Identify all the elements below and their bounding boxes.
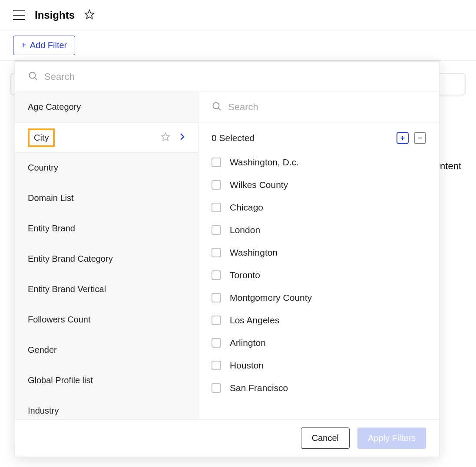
value-label: Toronto bbox=[230, 270, 260, 280]
values-search-bar bbox=[198, 92, 439, 122]
value-row[interactable]: Arlington bbox=[198, 332, 439, 354]
category-row[interactable]: Entity Brand Category bbox=[15, 244, 198, 274]
values-list[interactable]: Washington, D.c.Wilkes CountyChicagoLond… bbox=[198, 149, 439, 419]
checkbox[interactable] bbox=[212, 338, 221, 348]
category-search-input[interactable] bbox=[44, 71, 426, 82]
values-search-input[interactable] bbox=[228, 102, 426, 113]
value-label: Los Angeles bbox=[230, 315, 279, 326]
app-header: Insights bbox=[0, 0, 476, 30]
checkbox[interactable] bbox=[212, 270, 221, 280]
checkbox[interactable] bbox=[212, 316, 221, 325]
category-row[interactable]: Entity Brand Vertical bbox=[15, 274, 198, 305]
value-label: San Francisco bbox=[230, 383, 288, 393]
svg-marker-0 bbox=[85, 10, 94, 19]
value-row[interactable]: Washington, D.c. bbox=[198, 151, 439, 174]
include-button[interactable]: + bbox=[397, 132, 409, 144]
value-label: Wilkes County bbox=[230, 180, 288, 190]
favorite-star-icon[interactable] bbox=[84, 9, 95, 21]
checkbox[interactable] bbox=[212, 225, 221, 235]
selected-count-row: 0 Selected + − bbox=[198, 122, 439, 149]
value-label: Houston bbox=[230, 360, 264, 371]
checkbox[interactable] bbox=[212, 293, 221, 303]
value-label: Chicago bbox=[230, 202, 263, 213]
add-filter-button[interactable]: + Add Filter bbox=[13, 36, 75, 55]
category-row[interactable]: Age Category bbox=[15, 92, 198, 122]
minus-icon: − bbox=[418, 134, 423, 143]
category-row[interactable]: Industry bbox=[15, 396, 198, 419]
checkbox[interactable] bbox=[212, 158, 221, 167]
svg-marker-3 bbox=[162, 132, 169, 140]
category-label: City bbox=[34, 133, 49, 142]
value-row[interactable]: Wilkes County bbox=[198, 174, 439, 196]
checkbox[interactable] bbox=[212, 383, 221, 393]
checkbox[interactable] bbox=[212, 248, 221, 257]
category-search-bar bbox=[15, 62, 439, 92]
add-filter-label: Add Filter bbox=[30, 40, 67, 50]
search-icon bbox=[212, 101, 222, 113]
value-row[interactable]: Chicago bbox=[198, 196, 439, 219]
value-label: Washington bbox=[230, 247, 278, 258]
plus-icon: + bbox=[21, 40, 26, 50]
category-label: Age Category bbox=[28, 102, 81, 112]
value-row[interactable]: San Francisco bbox=[198, 377, 439, 399]
value-row[interactable]: Washington bbox=[198, 241, 439, 264]
search-icon bbox=[28, 71, 38, 83]
filter-bar: + Add Filter bbox=[0, 30, 476, 61]
filter-popup: Age CategoryCityCountryDomain ListEntity… bbox=[14, 61, 440, 457]
category-label: Followers Count bbox=[28, 315, 91, 324]
value-label: Washington, D.c. bbox=[230, 157, 299, 168]
selected-count-label: 0 Selected bbox=[212, 133, 391, 143]
category-label: Entity Brand Category bbox=[28, 254, 113, 263]
value-row[interactable]: Houston bbox=[198, 354, 439, 377]
category-row[interactable]: Domain List bbox=[15, 183, 198, 214]
cancel-button[interactable]: Cancel bbox=[301, 428, 350, 449]
category-row[interactable]: Global Profile list bbox=[15, 365, 198, 396]
svg-point-4 bbox=[213, 102, 219, 109]
category-label: Entity Brand bbox=[28, 224, 75, 233]
page-title: Insights bbox=[35, 9, 75, 21]
plus-icon: + bbox=[400, 134, 405, 143]
value-label: Montgomery County bbox=[230, 293, 312, 303]
category-label: Gender bbox=[28, 345, 57, 355]
value-row[interactable]: Los Angeles bbox=[198, 309, 439, 332]
category-row[interactable]: Entity Brand bbox=[15, 214, 198, 244]
svg-point-1 bbox=[30, 72, 36, 78]
category-label: Country bbox=[28, 163, 58, 172]
checkbox[interactable] bbox=[212, 203, 221, 212]
svg-line-5 bbox=[218, 108, 221, 110]
category-label: Industry bbox=[28, 406, 59, 415]
category-label: Domain List bbox=[28, 193, 74, 203]
value-row[interactable]: Montgomery County bbox=[198, 286, 439, 309]
value-label: Arlington bbox=[230, 338, 266, 348]
chevron-right-icon bbox=[180, 133, 185, 143]
value-label: London bbox=[230, 225, 260, 235]
value-row[interactable]: London bbox=[198, 219, 439, 241]
category-label: Entity Brand Vertical bbox=[28, 284, 106, 294]
apply-filters-button[interactable]: Apply Filters bbox=[357, 428, 426, 449]
checkbox[interactable] bbox=[212, 361, 221, 370]
popup-footer: Cancel Apply Filters bbox=[15, 419, 439, 457]
checkbox[interactable] bbox=[212, 180, 221, 190]
category-row[interactable]: Followers Count bbox=[15, 305, 198, 335]
svg-line-2 bbox=[35, 78, 37, 80]
favorite-star-icon[interactable] bbox=[161, 132, 170, 144]
popup-body: Age CategoryCityCountryDomain ListEntity… bbox=[15, 92, 439, 419]
category-row[interactable]: Country bbox=[15, 153, 198, 183]
category-label: Global Profile list bbox=[28, 375, 93, 385]
category-list[interactable]: Age CategoryCityCountryDomain ListEntity… bbox=[15, 92, 198, 419]
values-panel: 0 Selected + − Washington, D.c.Wilkes Co… bbox=[198, 92, 439, 419]
exclude-button[interactable]: − bbox=[414, 132, 426, 144]
menu-hamburger-icon[interactable] bbox=[13, 10, 25, 20]
value-row[interactable]: Toronto bbox=[198, 264, 439, 286]
category-row[interactable]: Gender bbox=[15, 335, 198, 365]
category-row[interactable]: City bbox=[15, 122, 198, 153]
